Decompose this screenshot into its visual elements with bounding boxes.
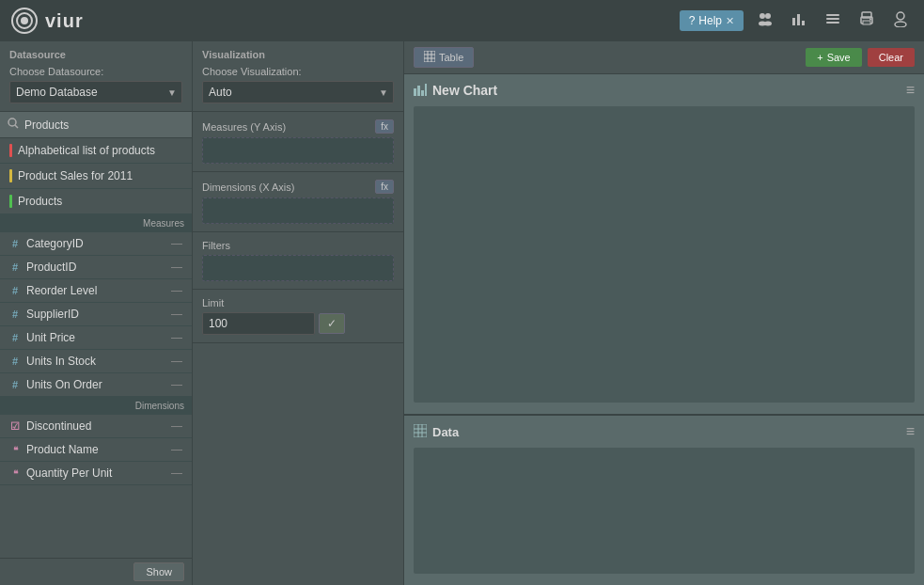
datasource-item-label: Alphabetical list of products	[18, 144, 155, 157]
svg-rect-29	[425, 84, 427, 96]
action-bar: Table + Save Clear	[404, 41, 924, 74]
field-item-reorderlevel[interactable]: #Reorder Level —	[0, 279, 192, 303]
bar-chart-icon[interactable]	[787, 7, 811, 35]
field-item-supplierid[interactable]: #SupplierID —	[0, 303, 192, 326]
svg-rect-21	[424, 51, 435, 62]
data-header: Data ≡	[414, 423, 915, 440]
data-section: Data ≡	[404, 416, 924, 585]
help-button[interactable]: ? Help ✕	[680, 10, 744, 31]
field-type-icon: #	[9, 379, 21, 390]
field-name: Quantity Per Unit	[26, 466, 112, 480]
svg-point-18	[895, 22, 906, 27]
chart-menu-icon[interactable]: ≡	[906, 82, 915, 99]
chart-canvas-area	[414, 106, 915, 403]
data-title: Data	[414, 424, 459, 440]
field-name: ProductID	[26, 261, 76, 274]
choose-datasource-label: Choose Datasource:	[9, 66, 182, 77]
show-button[interactable]: Show	[133, 562, 184, 581]
visualization-select[interactable]: AutoBarLinePieTable	[202, 81, 394, 103]
table-icon	[424, 51, 435, 64]
action-buttons: + Save Clear	[806, 48, 915, 67]
svg-rect-14	[863, 21, 870, 24]
list-item[interactable]: Alphabetical list of products	[0, 138, 192, 164]
save-button[interactable]: + Save	[806, 48, 862, 67]
help-close-icon[interactable]: ✕	[726, 15, 734, 27]
field-item-categoryid[interactable]: #CategoryID —	[0, 232, 192, 256]
field-type-icon: #	[9, 261, 21, 273]
clear-button[interactable]: Clear	[868, 48, 915, 67]
filters-section: Filters	[193, 232, 403, 290]
field-remove-icon[interactable]: —	[171, 308, 182, 321]
field-remove-icon[interactable]: —	[171, 331, 182, 344]
search-input-text: Products	[24, 119, 69, 132]
y-axis-label: Measures (Y Axis)	[202, 121, 286, 133]
field-type-icon: #	[9, 332, 21, 343]
datasource-select[interactable]: Demo DatabaseOther Source	[9, 81, 182, 103]
field-item-quantityperunit[interactable]: ❝Quantity Per Unit —	[0, 462, 192, 485]
field-name: Reorder Level	[26, 284, 97, 297]
svg-rect-7	[797, 14, 800, 25]
datasource-items-list: Alphabetical list of products Product Sa…	[0, 138, 192, 214]
field-name: Product Name	[26, 443, 99, 456]
user-group-icon[interactable]	[753, 7, 777, 35]
logo-area: viur	[11, 8, 84, 34]
user-profile-icon[interactable]	[888, 7, 913, 35]
svg-point-5	[764, 22, 772, 26]
ds-color-indicator	[9, 195, 12, 208]
left-panel: Datasource Choose Datasource: Demo Datab…	[0, 41, 193, 585]
field-type-icon: #	[9, 285, 21, 296]
field-remove-icon[interactable]: —	[171, 466, 182, 480]
app-name: viur	[45, 10, 84, 32]
stack-layers-icon[interactable]	[821, 7, 845, 35]
svg-rect-9	[826, 14, 839, 16]
table-view-button[interactable]: Table	[414, 47, 474, 68]
data-table-area	[414, 448, 915, 574]
y-axis-fx-button[interactable]: fx	[375, 119, 394, 134]
field-remove-icon[interactable]: —	[171, 284, 182, 297]
chart-title: New Chart	[414, 83, 497, 99]
data-grid-icon	[414, 424, 427, 440]
field-remove-icon[interactable]: —	[171, 419, 182, 433]
field-remove-icon[interactable]: —	[171, 237, 182, 250]
field-item-unitsinstock[interactable]: #Units In Stock —	[0, 350, 192, 373]
filters-drop-area[interactable]	[202, 255, 394, 281]
chart-bar-icon	[414, 83, 427, 99]
measures-header: Measures	[0, 214, 192, 232]
plus-icon: +	[817, 52, 822, 63]
svg-rect-27	[417, 86, 420, 96]
field-remove-icon[interactable]: —	[171, 355, 182, 368]
printer-icon[interactable]	[854, 7, 879, 35]
svg-point-3	[765, 13, 771, 19]
field-name: Units In Stock	[26, 355, 96, 368]
field-name: CategoryID	[26, 237, 84, 250]
svg-rect-26	[414, 88, 416, 96]
field-remove-icon[interactable]: —	[171, 443, 182, 456]
right-panel: Table + Save Clear New Chart ≡	[404, 41, 924, 585]
field-item-productname[interactable]: ❝Product Name —	[0, 438, 192, 462]
svg-rect-8	[802, 21, 805, 25]
visualization-select-wrapper: AutoBarLinePieTable ▼	[202, 81, 394, 103]
field-item-unitsonorder[interactable]: #Units On Order —	[0, 373, 192, 397]
y-axis-drop-area[interactable]	[202, 137, 394, 164]
show-button-row: Show	[0, 558, 192, 585]
x-axis-fx-button[interactable]: fx	[375, 180, 394, 194]
list-item[interactable]: Products	[0, 189, 192, 214]
ds-color-indicator	[9, 169, 12, 182]
field-item-unitprice[interactable]: #Unit Price —	[0, 326, 192, 350]
svg-rect-6	[792, 18, 795, 25]
field-item-productid[interactable]: #ProductID —	[0, 256, 192, 279]
field-name: Unit Price	[26, 331, 75, 344]
list-item[interactable]: Product Sales for 2011	[0, 164, 192, 189]
dimensions-header: Dimensions	[0, 397, 192, 415]
field-remove-icon[interactable]: —	[171, 261, 182, 274]
data-menu-icon[interactable]: ≡	[906, 423, 915, 440]
x-axis-drop-area[interactable]	[202, 198, 394, 224]
limit-input[interactable]	[202, 312, 315, 335]
limit-apply-button[interactable]: ✓	[319, 313, 345, 334]
field-item-discontinued[interactable]: ☑Discontinued —	[0, 415, 192, 438]
field-type-icon: ☑	[9, 420, 21, 433]
ds-color-indicator	[9, 144, 12, 157]
field-remove-icon[interactable]: —	[171, 378, 182, 391]
nav-right-area: ? Help ✕	[680, 7, 913, 35]
svg-point-2	[760, 13, 765, 19]
